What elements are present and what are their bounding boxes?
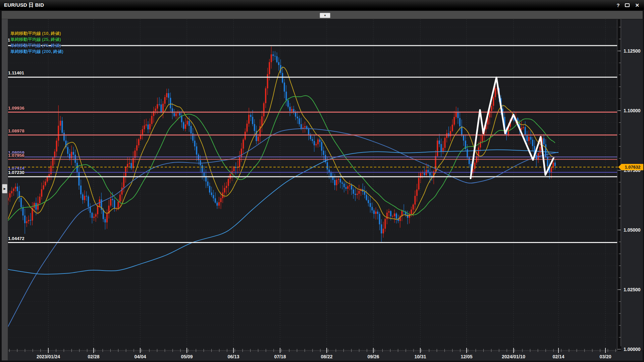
page-title: EUR/USD 日 BID [0, 2, 44, 8]
legend-sma-200: 単純移動平均線 (200, 終値) [10, 49, 63, 55]
plot-background [8, 19, 617, 351]
level-label: 1.09936 [8, 106, 24, 111]
right-axis-label: 1.12500 [624, 48, 641, 54]
date-axis-label: 12/05 [461, 354, 472, 359]
right-axis-background [621, 19, 643, 351]
date-axis-label: 09/26 [367, 354, 379, 359]
level-label: 1.07230 [8, 170, 24, 175]
right-axis-label: 1.10000 [624, 108, 641, 113]
date-axis-label: 2023/01/24 [37, 354, 60, 359]
legend-sma-75: 単純移動平均線 (75, 終値) [10, 43, 63, 49]
level-label: 1.07956 [8, 153, 24, 158]
date-axis-label: 02/28 [88, 354, 99, 359]
date-axis-label: 08/22 [321, 354, 332, 359]
date-axis-label: 06/13 [227, 354, 239, 359]
right-axis-label: 1.02500 [624, 287, 641, 292]
current-price-tag: 1.07632 [618, 164, 643, 170]
date-axis-label: 2024/01/10 [502, 354, 525, 359]
chevron-down-icon[interactable]: ▼ [320, 13, 330, 18]
close-icon[interactable]: ✕ [635, 3, 639, 8]
title-bar: EUR/USD 日 BID ? ✕ [0, 0, 644, 10]
level-label: 1.11401 [8, 70, 24, 75]
right-axis-label: 1.05000 [624, 227, 641, 233]
top-panel-splitter[interactable]: ▼ [2, 11, 643, 19]
legend-sma-25: 単純移動平均線 (25, 終値) [10, 37, 63, 43]
legend-sma-10: 単純移動平均線 (10, 終値) [10, 31, 63, 37]
current-price-value: 1.07632 [625, 165, 641, 170]
date-axis-label: 07/18 [274, 354, 286, 359]
clipped-level-label: 1 [8, 38, 10, 43]
price-chart-canvas[interactable]: 1.125001.100001.075001.050001.025001.000… [0, 10, 644, 362]
date-axis-label: 02/14 [552, 354, 564, 359]
right-axis-label: 1.00000 [624, 347, 641, 352]
help-icon[interactable]: ? [616, 3, 620, 8]
date-axis-label: 03/20 [599, 354, 611, 359]
left-panel-splitter[interactable]: ▶ [2, 19, 8, 360]
date-axis-label: 10/31 [414, 354, 426, 359]
date-axis-label: 04/04 [134, 354, 146, 359]
chevron-right-icon[interactable]: ▶ [2, 184, 7, 193]
chart-window: { "window": { "title": "EUR/USD 日 BID", … [0, 0, 644, 362]
level-label: 1.08978 [8, 128, 24, 133]
maximize-icon[interactable] [625, 3, 630, 7]
level-label: 1.04472 [8, 236, 24, 241]
date-axis-label: 05/09 [181, 354, 193, 359]
window-buttons: ? ✕ [616, 3, 644, 8]
indicator-legend: 単純移動平均線 (10, 終値) 単純移動平均線 (25, 終値) 単純移動平均… [10, 31, 63, 55]
